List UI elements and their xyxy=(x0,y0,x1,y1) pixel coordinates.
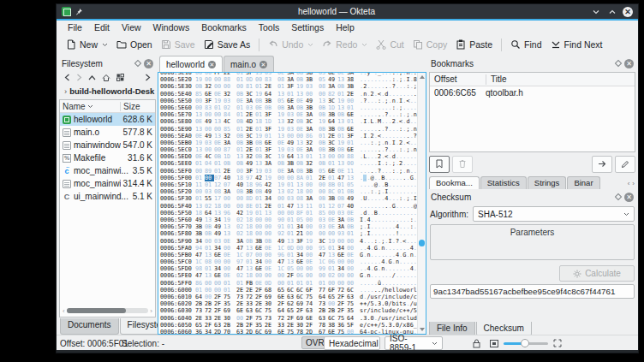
hex-byte[interactable]: 2F xyxy=(337,294,347,300)
hex-byte[interactable]: 01 xyxy=(205,181,214,188)
hex-byte[interactable]: 3A xyxy=(287,104,296,111)
hex-byte[interactable]: 6F xyxy=(306,287,315,294)
hex-byte[interactable]: 47 xyxy=(337,175,347,181)
hex-byte[interactable]: 64 xyxy=(328,118,337,125)
hex-byte[interactable]: 40 xyxy=(236,181,246,188)
hex-byte[interactable]: 86 xyxy=(195,280,205,287)
hex-byte[interactable]: 00 xyxy=(224,245,233,252)
hex-byte[interactable]: 6E xyxy=(277,294,287,300)
hex-byte[interactable]: 00 xyxy=(265,217,274,223)
hex-byte[interactable]: 13 xyxy=(277,91,287,98)
hex-byte[interactable]: 0B xyxy=(246,238,255,245)
hex-byte[interactable]: 08 xyxy=(205,258,214,265)
hex-byte[interactable]: 42 xyxy=(265,181,274,188)
hex-row[interactable]: 0006:5FC01C0800009701340047136E0E1C06000… xyxy=(160,258,417,265)
hex-byte[interactable]: 0B xyxy=(255,188,265,195)
undo-button[interactable]: Undo xyxy=(264,37,318,52)
hex-byte[interactable]: 01 xyxy=(214,168,224,175)
hex-row[interactable]: 0006:5EE00104010B0B49133A0B3B0B320B01130… xyxy=(160,160,417,167)
close-panel-icon[interactable]: ✕ xyxy=(624,193,634,202)
hex-byte[interactable]: 00 xyxy=(347,280,356,287)
hex-byte[interactable]: 00 xyxy=(347,272,356,279)
hex-byte[interactable]: 47 xyxy=(277,258,287,265)
hex-byte[interactable]: 19 xyxy=(255,133,265,139)
hex-byte[interactable]: 00 xyxy=(265,258,274,265)
hex-byte[interactable]: 49 xyxy=(214,223,224,230)
hex-row[interactable]: 0006:6050652F632B2B2F352E332E302F7838365… xyxy=(160,322,417,329)
hex-byte[interactable]: 00 xyxy=(347,245,356,252)
hex-byte[interactable]: 62 xyxy=(287,300,296,307)
hex-byte[interactable]: 69 xyxy=(296,315,306,322)
hex-byte[interactable]: 75 xyxy=(337,315,347,322)
hex-byte[interactable]: 01 xyxy=(337,188,347,195)
hex-byte[interactable]: 2F xyxy=(306,322,315,329)
hex-byte[interactable]: 2E xyxy=(246,126,255,133)
hex-byte[interactable]: 3C xyxy=(328,98,337,104)
minimize-button[interactable] xyxy=(590,6,602,18)
hex-byte[interactable]: 07 xyxy=(214,175,224,181)
hex-byte[interactable]: 01 xyxy=(255,203,265,210)
hex-byte[interactable]: 00 xyxy=(205,76,214,83)
hex-byte[interactable]: 0E xyxy=(224,272,233,279)
hex-byte[interactable]: 86 xyxy=(306,133,315,139)
hex-byte[interactable]: 34 xyxy=(265,195,274,202)
hex-byte[interactable]: 13 xyxy=(255,160,265,167)
hex-byte[interactable]: 1C xyxy=(319,258,328,265)
hex-byte[interactable]: 00 xyxy=(265,230,274,237)
hex-byte[interactable]: 34 xyxy=(296,252,306,258)
hex-byte[interactable]: 2E xyxy=(319,175,328,181)
hex-byte[interactable]: 13 xyxy=(328,252,337,258)
tab-binary[interactable]: Binar xyxy=(567,176,599,189)
hex-byte[interactable]: 3B xyxy=(306,104,315,111)
hex-byte[interactable]: 2F xyxy=(214,300,224,307)
hex-byte[interactable]: 72 xyxy=(205,307,214,314)
hex-byte[interactable]: FB xyxy=(246,280,255,287)
hex-byte[interactable]: 13 xyxy=(236,153,246,160)
hex-byte[interactable]: 01 xyxy=(347,104,356,111)
hex-byte[interactable]: 8F xyxy=(296,210,306,217)
hex-byte[interactable]: 3B xyxy=(255,238,265,245)
hex-byte[interactable]: 32 xyxy=(224,91,233,98)
hex-byte[interactable]: 47 xyxy=(287,203,296,210)
save-as-button[interactable]: Save As xyxy=(200,37,255,52)
hex-byte[interactable]: 6E xyxy=(328,329,337,334)
hex-byte[interactable]: 00 xyxy=(214,146,224,153)
hex-char-column[interactable]: .3.0./usr/includ xyxy=(360,315,417,322)
hex-byte[interactable]: 6E xyxy=(287,98,296,104)
hex-byte[interactable]: 03 xyxy=(287,146,296,153)
file-row[interactable]: %Makefile31.6 K xyxy=(60,151,155,164)
hex-byte[interactable]: 0B xyxy=(319,111,328,118)
hex-byte[interactable]: 0E xyxy=(347,252,356,258)
hex-row[interactable]: 0006:5FA09401340047136E0E1C0D00009501340… xyxy=(160,245,417,252)
hex-char-column[interactable]: .......?...:.;.n xyxy=(360,126,417,133)
hex-byte[interactable]: 72 xyxy=(337,287,347,294)
forward-icon[interactable] xyxy=(76,74,82,81)
hex-byte[interactable]: 00 xyxy=(296,265,306,272)
hex-byte[interactable]: 42 xyxy=(255,175,265,181)
hex-byte[interactable]: 00 xyxy=(195,168,205,175)
hex-byte[interactable]: 1D xyxy=(328,104,337,111)
hex-byte[interactable]: 65 xyxy=(328,294,337,300)
delete-bookmark-button[interactable] xyxy=(452,156,473,173)
tab-helloworld[interactable]: helloworld ✕ xyxy=(159,56,223,72)
hex-char-column[interactable]: I.4...........:. xyxy=(360,217,417,223)
hex-byte[interactable]: 35 xyxy=(255,322,265,329)
hex-byte[interactable]: 0B xyxy=(347,188,356,195)
zoom-slider[interactable] xyxy=(504,335,548,351)
hex-byte[interactable]: 2F xyxy=(255,287,265,294)
hex-byte[interactable]: 6E xyxy=(236,307,246,314)
hex-byte[interactable]: 0B xyxy=(205,223,214,230)
hex-byte[interactable]: 01 xyxy=(255,146,265,153)
hex-byte[interactable]: 00 xyxy=(195,98,205,104)
hex-byte[interactable]: 0E xyxy=(255,280,265,287)
hex-byte[interactable]: 02 xyxy=(236,272,246,279)
hex-byte[interactable]: 3C xyxy=(246,91,255,98)
hex-byte[interactable]: 01 xyxy=(347,230,356,237)
hex-byte[interactable]: 00 xyxy=(265,272,274,279)
hex-byte[interactable]: 00 xyxy=(255,272,265,279)
hex-byte[interactable]: 49 xyxy=(287,139,296,146)
hex-byte[interactable]: 01 xyxy=(328,160,337,167)
hex-byte[interactable]: 01 xyxy=(306,153,315,160)
scroll-left-icon[interactable]: ‹ xyxy=(63,307,65,315)
hex-byte[interactable]: 32 xyxy=(306,160,315,167)
